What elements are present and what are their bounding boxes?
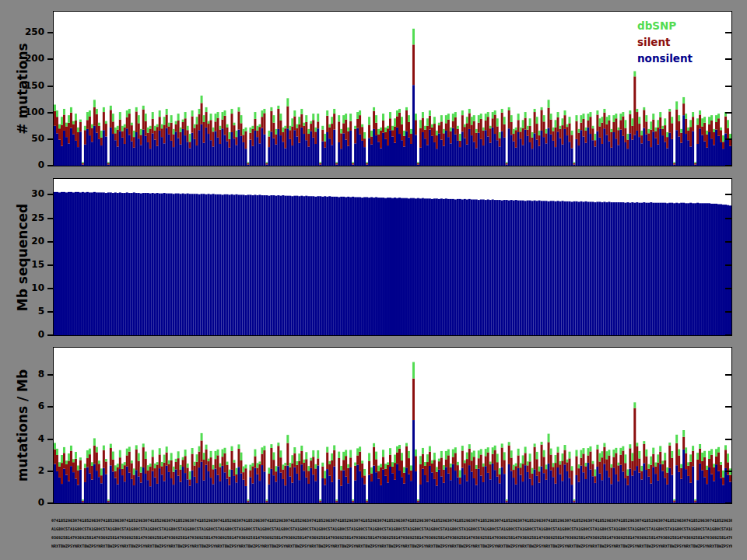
- y-axis-tick-label: 150: [13, 80, 44, 91]
- mutation-counts-bars: [54, 12, 731, 166]
- y-axis-tick: [725, 288, 731, 289]
- y-axis-tick-label: 6: [13, 401, 44, 411]
- y-axis-tick-label: 200: [13, 53, 44, 64]
- y-axis-tick: [47, 112, 53, 114]
- y-axis-tick: [725, 439, 731, 440]
- x-axis-label-noise-row: 0741852963074185296307418529630741852963…: [51, 516, 732, 525]
- y-axis-tick: [47, 288, 53, 289]
- y-axis-tick-label: 30: [13, 188, 44, 199]
- x-axis-label-noise-row: 0369258147036925814703692581470369258147…: [51, 534, 732, 542]
- legend-item-nonsilent: nonsilent: [637, 51, 693, 67]
- y-axis-tick: [47, 406, 53, 408]
- y-axis-tick-label: 10: [13, 282, 44, 293]
- y-axis-tick: [47, 58, 53, 60]
- panel-mutation-rate: mutations / Mb 02468: [53, 347, 732, 504]
- y-axis-tick: [725, 58, 731, 60]
- mb-sequenced-bars: [54, 179, 731, 335]
- x-axis-sample-labels: 0741852963074185296307418529630741852963…: [51, 516, 732, 551]
- y-axis-tick: [47, 311, 53, 313]
- y-axis-tick-label: 2: [13, 465, 44, 476]
- y-axis-tick-label: 20: [13, 236, 44, 247]
- y-axis-tick: [725, 502, 731, 504]
- y-axis-tick: [47, 334, 53, 336]
- y-axis-tick-label: 25: [13, 212, 44, 223]
- y-axis-tick: [47, 194, 53, 195]
- y-axis-tick: [725, 32, 731, 33]
- panel-mutation-counts: # mutations dbSNP silent nonsilent 05010…: [53, 11, 732, 166]
- y-axis-tick: [725, 264, 731, 266]
- y-axis-tick: [47, 241, 53, 243]
- y-axis-tick: [725, 334, 731, 336]
- y-axis-tick: [47, 165, 53, 166]
- y-axis-tick: [47, 502, 53, 504]
- y-axis-tick: [47, 86, 53, 87]
- y-axis-tick: [725, 471, 731, 472]
- x-axis-label-noise-row: A1G80C5TA1G80C5TA1G80C5TA1G80C5TA1G80C5T…: [51, 525, 732, 534]
- y-axis-tick-label: 250: [13, 26, 44, 37]
- y-axis-tick: [725, 218, 731, 219]
- x-axis-label-noise-row: NRXTBWZPSYNRXTBWZPSYNRXTBWZPSYNRXTBWZPSY…: [51, 542, 732, 551]
- y-axis-tick: [47, 138, 53, 140]
- y-axis-tick-label: 5: [13, 306, 44, 317]
- y-axis-tick: [725, 406, 731, 408]
- figure: # mutations dbSNP silent nonsilent 05010…: [0, 0, 747, 560]
- y-axis-tick: [725, 374, 731, 376]
- y-axis-tick-label: 4: [13, 433, 44, 444]
- legend: dbSNP silent nonsilent: [637, 18, 693, 67]
- y-axis-tick-label: 0: [13, 497, 44, 508]
- y-axis-tick: [47, 218, 53, 219]
- mutation-rate-bars: [54, 348, 731, 503]
- y-axis-tick: [725, 311, 731, 313]
- y-axis-tick: [47, 32, 53, 33]
- y-axis-tick: [725, 112, 731, 114]
- y-axis-tick-label: 15: [13, 259, 44, 270]
- y-axis-tick: [725, 86, 731, 87]
- y-axis-tick: [725, 241, 731, 243]
- y-axis-tick-label: 50: [13, 133, 44, 144]
- y-axis-tick-label: 0: [13, 159, 44, 170]
- y-axis-tick: [47, 471, 53, 472]
- y-axis-tick: [47, 439, 53, 440]
- y-axis-tick-label: 0: [13, 329, 44, 340]
- y-axis-tick: [725, 194, 731, 195]
- panel-mb-sequenced: Mb sequenced 051015202530: [53, 178, 732, 336]
- y-axis-tick: [47, 264, 53, 266]
- y-axis-tick: [725, 165, 731, 166]
- y-axis-tick: [725, 138, 731, 140]
- y-axis-tick-label: 100: [13, 107, 44, 117]
- y-axis-tick-label: 8: [13, 369, 44, 380]
- legend-item-dbsnp: dbSNP: [637, 18, 693, 34]
- legend-item-silent: silent: [637, 34, 693, 51]
- y-axis-tick: [47, 374, 53, 376]
